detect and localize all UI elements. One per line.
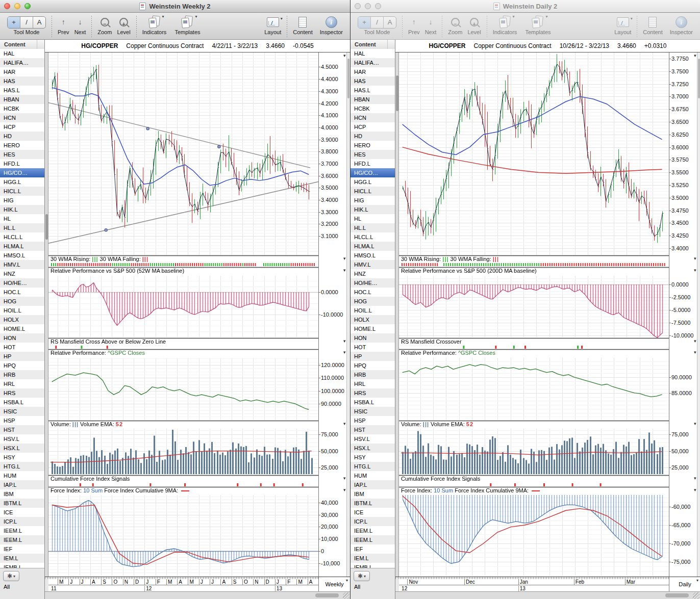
interval-dropdown[interactable]: Weekly▾ bbox=[318, 577, 350, 591]
panel-options-dropdown[interactable]: ▾ bbox=[343, 488, 346, 492]
sidebar-item[interactable]: HPQ bbox=[351, 361, 395, 370]
sidebar-item[interactable]: HL.L bbox=[351, 223, 395, 232]
sidebar-item[interactable]: HON bbox=[0, 333, 44, 343]
chart-vertical-scrollbar[interactable] bbox=[45, 53, 48, 577]
sidebar-item[interactable]: HO/HE… bbox=[351, 278, 395, 288]
sidebar-item[interactable]: HSY bbox=[351, 453, 395, 462]
sidebar-item[interactable]: HGG.L bbox=[351, 177, 395, 187]
window-titlebar[interactable]: Weinstein Daily 2 bbox=[351, 0, 700, 13]
sidebar-item[interactable]: HON bbox=[351, 333, 395, 343]
sidebar-item[interactable]: HCP bbox=[0, 122, 44, 132]
sidebar-item[interactable]: HL.L bbox=[0, 223, 44, 232]
sidebar-item[interactable]: HRS bbox=[0, 388, 44, 398]
zoom-window-button[interactable] bbox=[24, 3, 31, 9]
sidebar-item[interactable]: HNZ bbox=[351, 269, 395, 278]
sidebar-item[interactable]: HNZ bbox=[0, 269, 44, 278]
sidebar-item[interactable]: HES bbox=[0, 150, 44, 159]
sidebar-item[interactable]: HAL bbox=[0, 49, 44, 58]
zoom-out-button[interactable]: − Zoom bbox=[97, 15, 112, 35]
panel-options-dropdown[interactable]: ▾ bbox=[343, 350, 346, 355]
templates-button[interactable]: ▾ Templates bbox=[174, 15, 200, 35]
sidebar-item[interactable]: HUM bbox=[351, 471, 395, 480]
sidebar-item[interactable]: HAS.L bbox=[351, 86, 395, 95]
next-button[interactable]: ↓ Next bbox=[74, 15, 86, 35]
sidebar-item[interactable]: HALIFA… bbox=[351, 58, 395, 67]
sidebar-item[interactable]: HOME.L bbox=[351, 324, 395, 333]
horizontal-scrollbar[interactable] bbox=[395, 591, 700, 599]
chart-canvas[interactable] bbox=[48, 53, 318, 577]
tool-text-button[interactable]: A bbox=[384, 17, 396, 28]
panel-options-dropdown[interactable]: ▾ bbox=[343, 339, 346, 344]
sidebar-item[interactable]: HLCL.L bbox=[351, 232, 395, 242]
content-button[interactable]: Content bbox=[643, 15, 663, 35]
sidebar-item[interactable]: IAP.L bbox=[351, 480, 395, 489]
sidebar-item[interactable]: IBM bbox=[0, 489, 44, 499]
sidebar-item[interactable]: HICL.L bbox=[351, 187, 395, 196]
sidebar-header[interactable]: Content bbox=[351, 40, 395, 49]
sidebar-item[interactable]: HMSO.L bbox=[351, 251, 395, 260]
sidebar-item[interactable]: HUM bbox=[0, 471, 44, 480]
indicators-button[interactable]: ▾ Indicators bbox=[142, 15, 167, 35]
sidebar-item[interactable]: HSBA.L bbox=[351, 398, 395, 407]
tool-line-button[interactable]: / bbox=[371, 17, 384, 28]
layout-button[interactable]: ▾ Layout bbox=[614, 15, 631, 35]
zoom-out-button[interactable]: − Zoom bbox=[448, 15, 462, 35]
sidebar-item[interactable]: HMV.L bbox=[351, 260, 395, 269]
sidebar-item[interactable]: IBTM.L bbox=[351, 499, 395, 508]
horizontal-scrollbar[interactable] bbox=[45, 591, 350, 599]
zoom-in-button[interactable]: + Level bbox=[467, 15, 481, 35]
document-proxy-icon[interactable] bbox=[139, 3, 146, 10]
chart-vertical-scrollbar[interactable] bbox=[395, 53, 399, 577]
panel-options-dropdown[interactable]: ▾ bbox=[343, 422, 346, 426]
document-proxy-icon[interactable] bbox=[493, 3, 500, 10]
sidebar-item[interactable]: HPQ bbox=[0, 361, 44, 370]
sidebar-item[interactable]: HOG bbox=[0, 297, 44, 306]
sidebar-gear-button[interactable]: ✱▾ bbox=[3, 571, 19, 581]
right-edge-scrollbar[interactable] bbox=[697, 53, 700, 577]
sidebar-item[interactable]: HSX.L bbox=[351, 444, 395, 453]
sidebar-item[interactable]: HBAN bbox=[0, 95, 44, 104]
interval-dropdown[interactable]: Daily▾ bbox=[669, 577, 700, 591]
sidebar-item[interactable]: HCN bbox=[351, 113, 395, 122]
panel-options-dropdown[interactable]: ▾ bbox=[343, 268, 346, 273]
sidebar-item[interactable]: IEEM.L bbox=[351, 535, 395, 544]
sidebar-item[interactable]: IEM.L bbox=[0, 554, 44, 563]
sidebar-item[interactable]: HL bbox=[0, 214, 44, 223]
sidebar-item[interactable]: HSBA.L bbox=[0, 398, 44, 407]
sidebar-item[interactable]: HSV.L bbox=[0, 434, 44, 444]
panel-options-dropdown[interactable]: ▾ bbox=[694, 488, 696, 492]
sidebar-item[interactable]: HFD.L bbox=[351, 159, 395, 168]
sidebar-item[interactable]: HIG bbox=[0, 196, 44, 205]
sidebar-item[interactable]: HCN bbox=[0, 113, 44, 122]
sidebar-item[interactable]: HLCL.L bbox=[0, 232, 44, 242]
sidebar-item[interactable]: HIK.L bbox=[0, 205, 44, 214]
scrollbar-thumb[interactable] bbox=[315, 593, 339, 597]
panel-options-dropdown[interactable]: ▾ bbox=[694, 256, 696, 261]
window-titlebar[interactable]: Weinstein Weekly 2 bbox=[0, 0, 350, 13]
sidebar-item[interactable]: HMSO.L bbox=[0, 251, 44, 260]
sidebar-item[interactable]: HSIC bbox=[351, 407, 395, 416]
sidebar-item[interactable]: HOIL.L bbox=[351, 306, 395, 315]
sidebar-item[interactable]: HP bbox=[0, 352, 44, 361]
sidebar-item[interactable]: IAP.L bbox=[0, 480, 44, 489]
sidebar-item[interactable]: IEEM.L bbox=[0, 526, 44, 535]
sidebar-item[interactable]: IEM.L bbox=[351, 554, 395, 563]
sidebar-item[interactable]: HRB bbox=[351, 370, 395, 379]
sidebar-scope-label[interactable]: All bbox=[354, 584, 360, 590]
resize-grip[interactable] bbox=[693, 592, 699, 599]
sidebar-item[interactable]: ICE bbox=[351, 508, 395, 517]
close-window-button[interactable] bbox=[4, 3, 10, 9]
sidebar-item[interactable]: HRB bbox=[0, 370, 44, 379]
sidebar-item[interactable]: HP bbox=[351, 352, 395, 361]
sidebar-item[interactable]: HG/CO… bbox=[0, 168, 44, 177]
chart-canvas[interactable] bbox=[399, 53, 669, 577]
sidebar-item[interactable]: HERO bbox=[0, 141, 44, 150]
sidebar-item[interactable]: IEEM.L bbox=[0, 535, 44, 544]
sidebar-item[interactable]: HMV.L bbox=[0, 260, 44, 269]
sidebar-scope-label[interactable]: All bbox=[4, 584, 10, 590]
sidebar-item[interactable]: HAR bbox=[351, 67, 395, 76]
templates-button[interactable]: ▾ Templates bbox=[525, 15, 551, 35]
scrollbar-thumb[interactable] bbox=[45, 214, 48, 240]
scrollbar-thumb[interactable] bbox=[396, 75, 398, 111]
sidebar-item[interactable]: HCP bbox=[351, 122, 395, 132]
